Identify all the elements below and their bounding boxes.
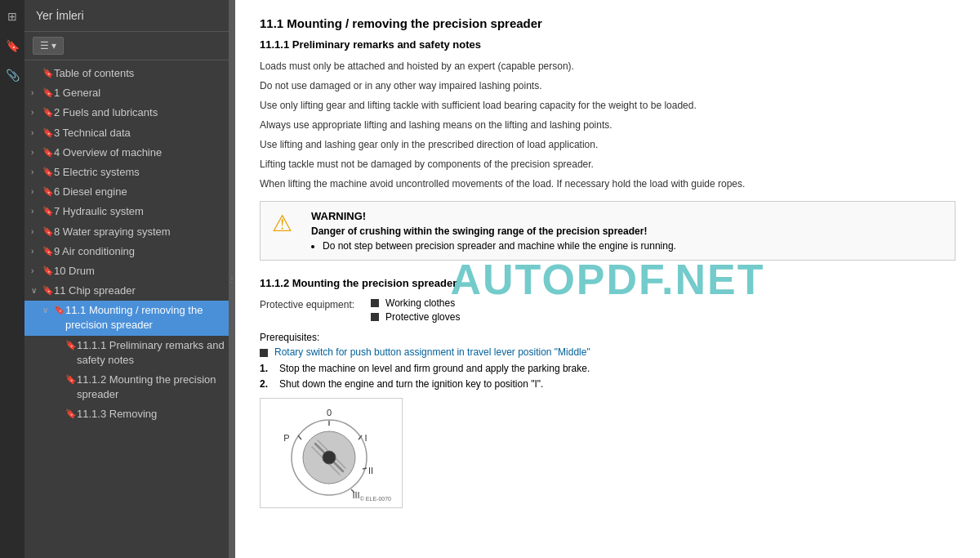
expander-icon: › [31, 165, 42, 178]
list-icon: ☰ [40, 40, 49, 51]
bookmarks-icon[interactable]: 🔖 [2, 36, 22, 56]
sidebar-title: Yer İmleri [36, 9, 84, 22]
step-number: 1. [260, 363, 273, 374]
sidebar-item-label: 11.1.1 Preliminary remarks and safety no… [77, 338, 246, 368]
pages-icon[interactable]: ⊞ [2, 7, 22, 26]
sidebar-item-label: 3 Technical data [54, 126, 246, 141]
sidebar-item-label: 8 Water spraying system [54, 225, 246, 239]
bookmark-icon: 🔖 [65, 338, 77, 351]
steps-list: 1.Stop the machine on level and firm gro… [260, 363, 956, 390]
bookmark-icon: 🔖 [42, 204, 54, 217]
expander-icon: › [31, 126, 42, 139]
equip-square-icon [371, 299, 379, 307]
svg-text:I: I [364, 433, 367, 443]
equipment-list: Working clothesProtective gloves [371, 297, 460, 325]
expander-icon [31, 66, 42, 68]
sidebar-resizer[interactable]: ⋮ [229, 0, 235, 558]
bookmark-icon: 🔖 [42, 264, 54, 277]
svg-text:P: P [283, 433, 289, 443]
step-item: 2.Shut down the engine and turn the igni… [260, 378, 956, 390]
svg-line-13 [363, 468, 367, 469]
sidebar-item-11.1.1[interactable]: 🔖11.1.1 Preliminary remarks and safety n… [24, 336, 252, 370]
expander-icon [54, 338, 65, 340]
sidebar-item-label: 9 Air conditioning [54, 244, 246, 259]
sidebar-list-button[interactable]: ☰ ▾ [33, 37, 64, 55]
sidebar-item-11.1[interactable]: ∨🔖11.1 Mounting / removing the precision… [24, 301, 252, 335]
sidebar-item-1[interactable]: ›🔖1 General [24, 83, 252, 103]
prerequisite-text: Rotary switch for push button assignment… [274, 346, 590, 358]
sidebar-item-label: 6 Diesel engine [54, 185, 246, 199]
sidebar-item-label: 10 Drum [54, 264, 246, 279]
sidebar-item-3[interactable]: ›🔖3 Technical data [24, 123, 252, 143]
expander-icon: › [31, 264, 42, 277]
main-content-area: AUTOPDF.NET 11.1 Mounting / removing the… [235, 0, 980, 558]
left-icon-bar: ⊞ 🔖 📎 [0, 0, 24, 558]
sidebar-item-label: 4 Overview of machine [54, 145, 246, 160]
expander-icon [54, 407, 65, 408]
sidebar-item-2[interactable]: ›🔖2 Fuels and lubricants [24, 103, 252, 123]
warning-bold-text: Danger of crushing within the swinging r… [311, 225, 676, 237]
expander-icon: ∨ [31, 283, 42, 297]
expander-icon [54, 373, 65, 374]
sidebar-header: Yer İmleri × [24, 0, 252, 32]
sidebar-panel: Yer İmleri × ☰ ▾ 🔖Table of contents›🔖1 G… [24, 0, 253, 558]
bookmark-icon: 🔖 [65, 407, 77, 420]
bookmark-icon: 🔖 [65, 373, 77, 386]
bookmark-icon: 🔖 [42, 225, 54, 238]
svg-line-15 [298, 435, 301, 440]
equip-square-icon [371, 313, 379, 321]
sidebar-item-9[interactable]: ›🔖9 Air conditioning [24, 242, 252, 261]
expander-icon: › [31, 204, 42, 217]
sidebar-item-label: 11 Chip spreader [54, 283, 246, 298]
sidebar-item-10[interactable]: ›🔖10 Drum [24, 261, 252, 281]
sidebar-item-6[interactable]: ›🔖6 Diesel engine [24, 182, 252, 202]
step-number: 2. [260, 378, 273, 390]
bookmark-icon: 🔖 [42, 244, 54, 257]
bookmark-icon: 🔖 [42, 126, 54, 139]
warning-list: Do not step between precision spreader a… [311, 240, 676, 252]
expander-icon: ∨ [42, 303, 54, 316]
safety-paragraph: Use lifting and lashing gear only in the… [260, 137, 956, 152]
sidebar-item-label: 11.1.3 Removing [77, 407, 246, 422]
warning-triangle-icon: ⚠ [272, 210, 301, 237]
warning-box: ⚠ WARNING! Danger of crushing within the… [260, 201, 956, 261]
sidebar-item-toc[interactable]: 🔖Table of contents [24, 64, 252, 83]
svg-text:II: II [368, 466, 372, 475]
equipment-label: Protective gloves [385, 311, 460, 323]
sidebar-item-label: 7 Hydraulic system [54, 204, 246, 219]
svg-point-10 [323, 451, 336, 464]
sidebar-item-label: 11.1 Mounting / removing the precision s… [65, 303, 246, 333]
sidebar-item-11.1.3[interactable]: 🔖11.1.3 Removing [24, 404, 252, 424]
section-11-1-2-title: 11.1.2 Mounting the precision spreader [260, 277, 956, 289]
safety-paragraph: Always use appropriate lifting and lashi… [260, 118, 956, 132]
step-text: Shut down the engine and turn the igniti… [279, 378, 543, 390]
sidebar-item-5[interactable]: ›🔖5 Electric systems [24, 163, 252, 182]
expander-icon: › [31, 185, 42, 198]
bookmark-icon: 🔖 [42, 145, 54, 158]
svg-text:© ELE-0070: © ELE-0070 [359, 496, 390, 502]
sidebar-item-11.1.2[interactable]: 🔖11.1.2 Mounting the precision spreader [24, 370, 252, 404]
section-11-1-1-title: 11.1.1 Preliminary remarks and safety no… [260, 38, 956, 51]
expander-icon: › [31, 86, 42, 99]
attach-icon[interactable]: 📎 [2, 65, 22, 85]
expander-icon: › [31, 225, 42, 238]
bookmark-icon: 🔖 [42, 86, 54, 99]
sidebar-item-label: 1 General [54, 86, 246, 100]
safety-paragraphs: Loads must only be attached and hoisted … [260, 59, 956, 191]
sidebar-toolbar: ☰ ▾ [24, 32, 252, 60]
equipment-item: Working clothes [371, 297, 460, 309]
expander-icon: › [31, 244, 42, 257]
ignition-diagram: 0 I II III P [260, 398, 403, 508]
safety-paragraph: Use only lifting gear and lifting tackle… [260, 98, 956, 113]
sidebar-item-7[interactable]: ›🔖7 Hydraulic system [24, 202, 252, 221]
sidebar-item-8[interactable]: ›🔖8 Water spraying system [24, 222, 252, 242]
sidebar-item-11[interactable]: ∨🔖11 Chip spreader [24, 281, 252, 301]
expander-icon: › [31, 145, 42, 158]
sidebar-item-label: 2 Fuels and lubricants [54, 105, 246, 120]
bookmark-icon: 🔖 [42, 283, 54, 297]
prerequisites-label: Prerequisites: [260, 332, 956, 343]
bookmark-icon: 🔖 [42, 105, 54, 118]
section-11-1-title: 11.1 Mounting / removing the precision s… [260, 16, 956, 30]
sidebar-item-4[interactable]: ›🔖4 Overview of machine [24, 143, 252, 163]
prerequisite-item: Rotary switch for push button assignment… [260, 346, 956, 358]
